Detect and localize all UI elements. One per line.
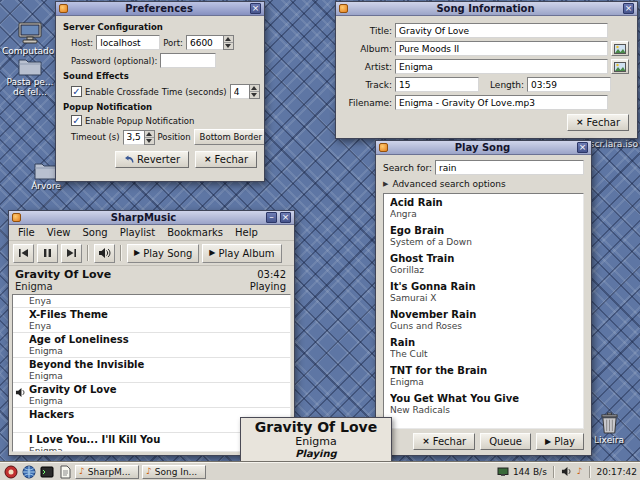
close-button[interactable]: × [623,3,634,14]
text-editor-icon[interactable] [57,464,72,479]
artist-input[interactable] [395,59,608,74]
search-result-item[interactable]: Ego Brain System of a Down [384,222,583,250]
queue-button[interactable]: Queue [480,433,531,450]
title-input[interactable] [395,23,608,38]
previous-button[interactable] [13,244,34,263]
search-result-item[interactable]: Rain The Cult [384,334,583,362]
volume-tray-icon[interactable] [561,466,573,477]
album-label: Album: [344,44,392,54]
close-button[interactable]: × Fechar [413,433,475,450]
now-playing-title: Gravity Of Love [15,268,111,281]
advanced-search-expander[interactable]: ▶ Advanced search options [383,179,584,189]
menu-item[interactable]: File [12,226,41,239]
spin-down-button[interactable] [224,42,233,49]
playlist-item[interactable]: Gravity Of Love Enigma [13,383,290,408]
song-title: November Rain [390,309,577,321]
position-combobox[interactable]: Bottom Border [194,129,265,145]
preferences-window: Preferences × Server Configuration Host:… [55,1,265,182]
volume-button[interactable] [94,244,115,263]
song-title: X-Files Theme [29,309,286,321]
song-information-window: Song Information × Title: Album: Artist:… [335,1,638,139]
playlist-item[interactable]: Age of Loneliness Enigma [13,333,290,358]
music-tray-icon[interactable]: ♪ [577,467,583,476]
play-button[interactable]: ▶ Play [536,433,584,450]
menu-item[interactable]: View [41,226,77,239]
applications-menu-icon[interactable] [3,464,18,479]
song-title: You Get What You Give [390,393,577,405]
sharpmusic-titlebar[interactable]: SharpMusic – × [9,211,294,225]
artist-lookup-button[interactable] [611,59,629,74]
playlist-item[interactable]: Beyond the Invisible Enigma [13,358,290,383]
timeout-input[interactable] [123,130,144,145]
album-lookup-button[interactable] [611,41,629,56]
close-button[interactable]: × [250,3,261,14]
song-artist: Enigma [29,396,286,406]
next-button[interactable] [61,244,82,263]
system-tray: 144 B/s ♪ 20:17:42 [497,466,637,478]
album-input[interactable] [395,41,608,56]
preferences-titlebar[interactable]: Preferences × [56,2,264,16]
task-button[interactable]: ♪ Song In... [142,465,206,479]
song-artist: Gorillaz [390,265,577,276]
task-button[interactable]: ♪ SharpM... [75,465,139,479]
song-artist: Enigma [29,346,286,356]
track-input[interactable] [395,77,479,92]
play-icon: ▶ [209,249,215,257]
note-icon: ♪ [79,467,85,476]
now-playing-notification: Gravity Of Love Enigma Playing [240,417,392,463]
spin-down-button[interactable] [250,91,259,98]
search-result-item[interactable]: Ghost Train Gorillaz [384,250,583,278]
menu-item[interactable]: Song [76,226,113,239]
search-result-item[interactable]: Acid Rain Angra [384,194,583,222]
search-result-item[interactable]: November Rain Guns and Roses [384,306,583,334]
password-input[interactable] [160,53,216,68]
song-title: TNT for the Brain [390,365,577,377]
desktop-icon-computer[interactable]: Computador [2,22,58,56]
close-button[interactable]: × Fechar [567,114,629,131]
window-title: Play Song [391,141,574,154]
spin-down-button[interactable] [145,137,154,144]
search-results-list[interactable]: Acid Rain Angra Ego Brain System of a Do… [383,193,584,429]
task-label: Song In... [155,467,197,477]
filename-input[interactable] [395,95,608,110]
speaker-icon [15,387,27,400]
length-input[interactable] [527,77,611,92]
play-album-label: Play Album [219,248,275,259]
close-button[interactable]: × Fechar [195,151,257,168]
pause-button[interactable] [37,244,58,263]
play-song-titlebar[interactable]: Play Song × [376,141,591,155]
time-input[interactable] [230,84,249,99]
close-button[interactable]: × [577,142,588,153]
host-label: Host: [71,38,93,48]
playlist-item[interactable]: Enya [13,295,290,308]
port-label: Port: [163,38,183,48]
terminal-icon[interactable] [39,464,54,479]
desktop-icon-personal-folder[interactable]: Pasta pe... de fel... [2,58,58,97]
search-label: Search for: [383,163,432,173]
play-label: Play [554,436,575,447]
clock: 20:17:42 [597,467,637,477]
close-label: Fechar [215,154,248,165]
popup-checkbox[interactable]: ✓ [71,115,82,126]
search-input[interactable] [435,160,584,175]
menu-item[interactable]: Playlist [114,226,162,239]
search-result-item[interactable]: You Get What You Give New Radicals [384,390,583,418]
search-result-item[interactable]: It's Gonna Rain Samurai X [384,278,583,306]
song-information-titlebar[interactable]: Song Information × [336,2,637,16]
play-album-button[interactable]: ▶Play Album [202,244,281,263]
search-result-item[interactable]: TNT for the Brain Enigma [384,362,583,390]
song-title: Age of Loneliness [29,334,286,346]
crossfade-checkbox[interactable]: ✓ [71,86,82,97]
play-song-button[interactable]: ▶Play Song [127,244,199,263]
host-input[interactable] [96,35,160,50]
playlist-item[interactable]: X-Files Theme Enya [13,308,290,333]
menu-item[interactable]: Help [229,226,264,239]
menu-item[interactable]: Bookmarks [161,226,229,239]
port-input[interactable] [186,35,223,50]
web-browser-icon[interactable] [21,464,36,479]
desktop-icon-iso[interactable]: dscr.lara.iso [584,139,638,149]
revert-button[interactable]: Reverter [115,151,189,168]
network-monitor-icon[interactable] [497,467,509,477]
minimize-button[interactable]: – [266,212,277,223]
close-button[interactable]: × [280,212,291,223]
